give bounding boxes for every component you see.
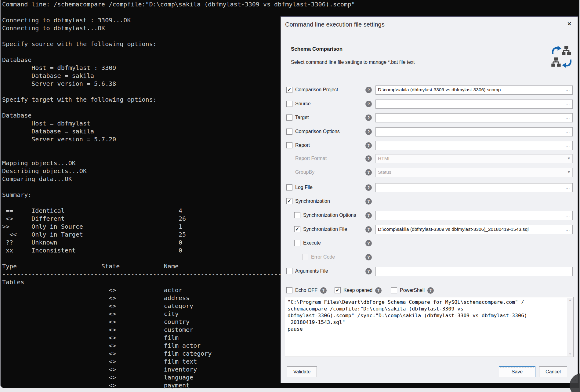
help-icon[interactable]: ? — [365, 169, 372, 176]
error-code-label: Error Code — [311, 254, 335, 260]
row-comparison-options: Comparison Options ? … — [281, 127, 578, 137]
browse-icon[interactable]: … — [565, 184, 570, 190]
keep-opened-checkbox[interactable]: ✓ — [335, 287, 341, 293]
validate-button[interactable]: Validate — [287, 366, 317, 377]
row-synchronization-options: Synchronization Options ? … — [281, 211, 578, 220]
arguments-file-field[interactable]: … — [375, 267, 573, 276]
echo-off-label: Echo OFF — [295, 288, 317, 293]
synchronization-options-checkbox[interactable] — [294, 212, 300, 218]
row-report-format: Report Format ? HTML ▾ — [281, 154, 578, 164]
comparison-options-checkbox[interactable] — [286, 129, 292, 135]
powershell-checkbox[interactable] — [391, 287, 397, 293]
error-code-checkbox — [302, 254, 308, 260]
command-line-settings-dialog: Command line execution file settings ✕ S… — [281, 16, 578, 383]
report-label: Report — [295, 143, 310, 148]
browse-icon[interactable]: … — [565, 212, 570, 217]
row-target: Target ? … — [281, 113, 578, 123]
header-separator — [281, 76, 578, 76]
report-format-label: Report Format — [295, 156, 327, 161]
synchronization-file-checkbox[interactable]: ✓ — [294, 226, 300, 232]
row-error-code: Error Code ? — [281, 252, 578, 262]
groupby-dropdown: Status ▾ — [375, 168, 573, 177]
row-synchronization: ✓ Synchronization ? — [281, 197, 578, 206]
scroll-up-icon[interactable]: ▲ — [567, 298, 573, 302]
comparison-project-checkbox[interactable]: ✓ — [286, 87, 292, 93]
report-field[interactable]: … — [375, 141, 573, 150]
help-icon[interactable]: ? — [365, 254, 372, 260]
synchronization-checkbox[interactable]: ✓ — [286, 198, 292, 204]
synchronization-file-label: Synchronization File — [303, 227, 347, 232]
log-file-label: Log File — [295, 185, 313, 190]
execute-label: Execute — [303, 240, 321, 246]
powershell-label: PowerShell — [400, 288, 425, 293]
row-log-file: Log File ? … — [281, 183, 578, 193]
source-field[interactable]: … — [375, 100, 573, 109]
comparison-options-label: Comparison Options — [295, 129, 340, 134]
source-checkbox[interactable] — [286, 101, 292, 107]
browse-icon[interactable]: … — [565, 268, 570, 273]
schema-comparison-sync-icon — [551, 45, 573, 69]
browse-icon[interactable]: … — [565, 114, 570, 120]
row-synchronization-file: ✓ Synchronization File ? D:\comp\sakila … — [281, 225, 578, 234]
browse-icon[interactable]: … — [565, 142, 570, 147]
section-title: Schema Comparison — [291, 46, 343, 52]
help-icon[interactable]: ? — [365, 268, 372, 274]
synchronization-label: Synchronization — [295, 198, 330, 204]
row-report: Report ? … — [281, 141, 578, 151]
synchronization-options-field[interactable]: … — [375, 211, 573, 220]
log-file-checkbox[interactable] — [286, 184, 292, 191]
help-icon[interactable]: ? — [320, 287, 327, 294]
help-icon[interactable]: ? — [365, 129, 372, 135]
help-icon[interactable]: ? — [427, 287, 434, 294]
bat-file-textarea[interactable]: "C:\Program Files\Devart\dbForge Schema … — [285, 297, 574, 357]
help-icon[interactable]: ? — [365, 226, 372, 233]
log-file-field[interactable]: … — [375, 183, 573, 192]
row-source: Source ? … — [281, 99, 578, 109]
bat-file-text: "C:\Program Files\Devart\dbForge Schema … — [285, 297, 573, 332]
browse-icon[interactable]: … — [565, 87, 570, 92]
screenshot-root: Command line: /schemacompare /compfile:"… — [0, 0, 580, 392]
comparison-project-label: Comparison Project — [295, 87, 338, 93]
comparison-project-field[interactable]: D:\comp\sakila (dbfmylast-3309 vs dbfmyl… — [375, 85, 573, 95]
arguments-file-checkbox[interactable] — [286, 268, 292, 274]
echo-off-checkbox[interactable] — [286, 287, 292, 293]
report-checkbox[interactable] — [286, 142, 292, 148]
close-icon[interactable]: ✕ — [565, 20, 573, 28]
help-icon[interactable]: ? — [365, 198, 372, 205]
help-icon[interactable]: ? — [365, 184, 372, 191]
target-label: Target — [295, 115, 309, 120]
target-checkbox[interactable] — [286, 114, 292, 121]
textarea-scrollbar[interactable]: ▲ ▼ — [567, 298, 573, 356]
help-icon[interactable]: ? — [365, 142, 372, 149]
scroll-down-icon[interactable]: ▼ — [567, 352, 573, 356]
help-icon[interactable]: ? — [375, 287, 382, 294]
synchronization-file-field[interactable]: D:\comp\sakila (dbfmylast-3309 vs dbfmyl… — [375, 225, 573, 234]
help-icon[interactable]: ? — [365, 87, 372, 93]
arguments-file-label: Arguments File — [295, 268, 328, 274]
comparison-options-field[interactable]: … — [375, 127, 573, 136]
section-subtitle: Select command line file settings to man… — [291, 60, 415, 65]
target-field[interactable]: … — [375, 113, 573, 122]
row-bat-options: Echo OFF ? ✓ Keep opened ? PowerShell ? — [281, 285, 578, 295]
keep-opened-group: ✓ Keep opened ? — [335, 285, 382, 295]
chevron-down-icon: ▾ — [568, 169, 570, 174]
browse-icon[interactable]: … — [565, 226, 570, 231]
help-icon[interactable]: ? — [365, 155, 372, 162]
report-format-dropdown: HTML ▾ — [375, 154, 573, 163]
synchronization-options-label: Synchronization Options — [303, 212, 356, 218]
row-execute: Execute ? — [281, 238, 578, 248]
browse-icon[interactable]: … — [565, 129, 570, 134]
row-arguments-file: Arguments File ? … — [281, 267, 578, 276]
cancel-button[interactable]: Cancel — [539, 366, 567, 377]
dialog-title: Command line execution file settings — [285, 21, 385, 28]
help-icon[interactable]: ? — [365, 114, 372, 121]
help-icon[interactable]: ? — [365, 240, 372, 246]
groupby-label: GroupBy — [295, 169, 314, 175]
powershell-group: PowerShell ? — [391, 285, 434, 295]
execute-checkbox[interactable] — [294, 240, 300, 246]
help-icon[interactable]: ? — [365, 212, 372, 219]
help-icon[interactable]: ? — [365, 101, 372, 107]
save-button[interactable]: Save — [499, 366, 535, 377]
source-label: Source — [295, 101, 311, 107]
browse-icon[interactable]: … — [565, 101, 570, 106]
